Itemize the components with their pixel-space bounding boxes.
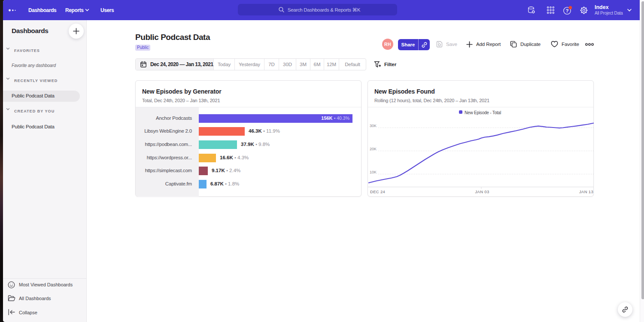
svg-text:10K: 10K xyxy=(370,170,377,174)
svg-text:JAN 03: JAN 03 xyxy=(475,189,489,194)
svg-text:30K: 30K xyxy=(370,124,377,128)
svg-text:DEC 24: DEC 24 xyxy=(370,189,385,194)
svg-text:New Episode - Total: New Episode - Total xyxy=(465,110,501,115)
svg-text:JAN 13: JAN 13 xyxy=(579,189,593,194)
svg-text:?: ? xyxy=(565,8,568,13)
svg-text:20K: 20K xyxy=(370,147,377,151)
